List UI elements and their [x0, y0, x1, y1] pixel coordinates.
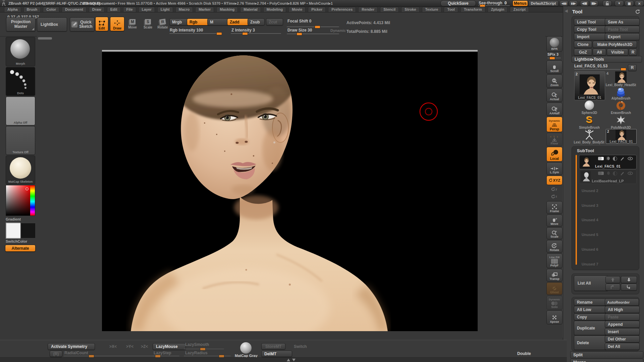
- focal-shift-slider[interactable]: [287, 26, 339, 27]
- menu-brush[interactable]: Brush: [23, 7, 41, 12]
- zadd-button[interactable]: Zadd: [227, 18, 249, 25]
- list-all-button[interactable]: List All: [574, 276, 608, 291]
- menu-zplugin[interactable]: Zplugin: [488, 7, 508, 12]
- subtool-move-down-elbow-button[interactable]: [621, 284, 637, 291]
- goz-all-button[interactable]: All: [593, 49, 606, 56]
- hue-strip[interactable]: [30, 185, 35, 216]
- menu-modeling[interactable]: Modeling: [263, 7, 286, 12]
- menu-movie[interactable]: Movie: [288, 7, 306, 12]
- menu-color[interactable]: Color: [43, 7, 59, 12]
- tray-collapse-right-button[interactable]: ▮▮▶: [569, 0, 578, 6]
- transp-button[interactable]: Transp: [546, 269, 562, 282]
- goz-r-button[interactable]: R: [629, 49, 637, 56]
- crescent-icon[interactable]: [606, 157, 610, 160]
- rgb-button[interactable]: Rgb: [187, 18, 209, 25]
- spix-slider-handle[interactable]: [549, 57, 555, 60]
- current-tool-slider-handle[interactable]: [621, 68, 626, 71]
- polypaint-toggle-icon[interactable]: [598, 157, 604, 160]
- menu-document[interactable]: Document: [62, 7, 87, 12]
- menu-render[interactable]: Render: [358, 7, 378, 12]
- paint-brush-icon[interactable]: [620, 171, 625, 176]
- lazysmooth-slider-handle[interactable]: [200, 348, 206, 351]
- mrgb-button[interactable]: Mrgb: [169, 18, 189, 25]
- close-button[interactable]: ×: [635, 0, 644, 6]
- copy-subtool-button[interactable]: Copy: [574, 313, 607, 320]
- tool-thumb-eraserbrush[interactable]: [606, 101, 636, 111]
- tool-thumb-current[interactable]: 2 Lexi_FACS_01: [574, 71, 605, 100]
- move-3d-button[interactable]: Move: [546, 215, 562, 227]
- edit-button[interactable]: Edit: [95, 17, 108, 31]
- solo-button[interactable]: Dynamic Solo: [546, 296, 562, 310]
- z-intensity-slider-handle[interactable]: [242, 32, 248, 35]
- polypaint-toggle-icon[interactable]: [598, 172, 604, 175]
- menu-zscript[interactable]: Zscript: [510, 7, 529, 12]
- draw-button[interactable]: Draw: [110, 17, 124, 31]
- tray-expand-arrows-icon[interactable]: [287, 359, 296, 361]
- zoom-button[interactable]: Zoom: [546, 74, 562, 88]
- lightbox-tools-header[interactable]: Lightbox▸Tools: [572, 56, 642, 63]
- menu-marker[interactable]: Marker: [195, 7, 214, 12]
- current-tool-slider-label[interactable]: Lexi_FACS_01.53: [574, 64, 607, 68]
- tool-thumb-polymesh3d[interactable]: [606, 115, 636, 125]
- color-picker[interactable]: [6, 185, 35, 216]
- menu-preferences[interactable]: Preferences: [328, 7, 356, 12]
- rotate-3d-button[interactable]: Rotate: [546, 240, 562, 253]
- lazyradius-slider-label[interactable]: LazyRadius: [185, 351, 208, 355]
- lock-button[interactable]: [602, 0, 612, 6]
- half-circle-icon[interactable]: [613, 171, 617, 176]
- xyz-button[interactable]: XYZ: [546, 176, 562, 185]
- minimize-button[interactable]: ▼: [614, 0, 624, 6]
- clone-button[interactable]: Clone: [574, 41, 592, 48]
- draw-size-slider-label[interactable]: Draw Size 30: [287, 28, 312, 33]
- paint-brush-icon[interactable]: [620, 157, 625, 161]
- menu-masking[interactable]: Masking: [216, 7, 238, 12]
- menu-light[interactable]: Light: [157, 7, 173, 12]
- activate-symmetry-button[interactable]: Activate Symmetry: [48, 343, 95, 350]
- scale-button[interactable]: S Scale: [142, 17, 154, 31]
- rotate-button[interactable]: R Rotate: [156, 17, 169, 31]
- half-circle-icon[interactable]: [613, 157, 617, 161]
- autoreorder-button[interactable]: AutoReorder: [605, 299, 639, 306]
- quick-sketch-button[interactable]: Quick Sketch: [70, 17, 95, 32]
- append-button[interactable]: Append: [605, 321, 640, 328]
- menus-button[interactable]: Menus: [513, 0, 528, 6]
- delete-button[interactable]: Delete: [574, 336, 607, 350]
- sym-x-toggle[interactable]: >X<: [109, 344, 117, 349]
- export-button[interactable]: Export: [605, 33, 640, 40]
- copy-tool-button[interactable]: Copy Tool: [574, 26, 607, 33]
- persp-button[interactable]: Dynamic Persp: [546, 117, 562, 132]
- local-button[interactable]: Local: [546, 147, 562, 162]
- load-tool-button[interactable]: Load Tool: [574, 18, 607, 25]
- switchcolor-label[interactable]: SwitchColor: [6, 239, 27, 243]
- tool-thumb-facs-selected[interactable]: 2 Lexi_FACS_01: [606, 129, 637, 144]
- switch-toggle[interactable]: Switch: [294, 344, 307, 349]
- projection-master-button[interactable]: Projection Master: [6, 17, 36, 32]
- rotate-y-button[interactable]: y: [546, 186, 562, 192]
- z-intensity-slider[interactable]: [231, 33, 281, 34]
- all-high-button[interactable]: All High: [605, 306, 640, 313]
- subtool-title[interactable]: SubTool: [577, 148, 594, 153]
- visibility-eye-icon[interactable]: [628, 172, 633, 175]
- rename-button[interactable]: Rename: [574, 299, 607, 306]
- duplicate-button[interactable]: Duplicate: [574, 321, 607, 335]
- rgb-intensity-slider-handle[interactable]: [216, 32, 222, 35]
- move-button[interactable]: M Move: [127, 17, 138, 31]
- lazymouse-button[interactable]: LazyMouse: [153, 343, 186, 350]
- xpose-button[interactable]: Xpose: [546, 310, 562, 324]
- dynamic-draw-size-toggle[interactable]: Dynamic: [330, 28, 346, 33]
- tool-thumb-sphere3d[interactable]: [574, 101, 604, 111]
- radial-r-button[interactable]: (R): [50, 351, 62, 357]
- actual-button[interactable]: x1 Actual: [546, 88, 562, 102]
- tool-thumb-simplebrush[interactable]: S: [574, 115, 604, 125]
- focal-shift-slider-label[interactable]: Focal Shift 0: [287, 19, 311, 23]
- current-tool-slider[interactable]: [574, 69, 627, 70]
- bpr-button[interactable]: BPR: [546, 36, 562, 52]
- spix-slider-label[interactable]: SPix 3: [547, 52, 558, 56]
- polyframe-button[interactable]: Line Fill PolyF: [546, 253, 562, 268]
- subtool-item-basehead[interactable]: LexiBaseHead_LP: [579, 170, 637, 184]
- default-zscript-button[interactable]: DefaultZScript: [528, 0, 558, 6]
- panel-collapse-icon[interactable]: ◀: [565, 9, 568, 13]
- make-polymesh3d-button[interactable]: Make PolyMesh3D: [593, 41, 637, 48]
- menu-tool[interactable]: Tool: [444, 7, 458, 12]
- window-shift-left-button[interactable]: ◀▣: [580, 0, 589, 6]
